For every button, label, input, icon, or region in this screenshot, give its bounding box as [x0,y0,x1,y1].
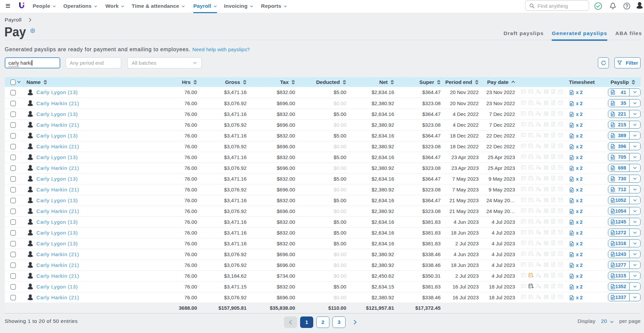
svg-text:PDF: PDF [611,200,614,202]
svg-text:PDF: PDF [611,297,614,299]
svg-text:PDF: PDF [611,168,614,169]
svg-text:PDF: PDF [611,92,614,94]
svg-text:PDF: PDF [611,103,614,104]
svg-text:PDF: PDF [611,125,614,126]
svg-text:PDF: PDF [611,179,614,180]
svg-text:PDF: PDF [611,146,614,148]
svg-text:PDF: PDF [611,265,614,266]
svg-text:PDF: PDF [611,276,614,277]
svg-text:PDF: PDF [611,254,614,255]
svg-text:PDF: PDF [611,157,614,158]
svg-text:PDF: PDF [611,233,614,234]
svg-text:PDF: PDF [611,211,614,212]
svg-text:PDF: PDF [611,135,614,137]
svg-text:PDF: PDF [611,189,614,191]
svg-text:PDF: PDF [611,114,614,115]
svg-text:PDF: PDF [611,222,614,223]
svg-text:PDF: PDF [611,243,614,245]
svg-text:PDF: PDF [611,286,614,288]
